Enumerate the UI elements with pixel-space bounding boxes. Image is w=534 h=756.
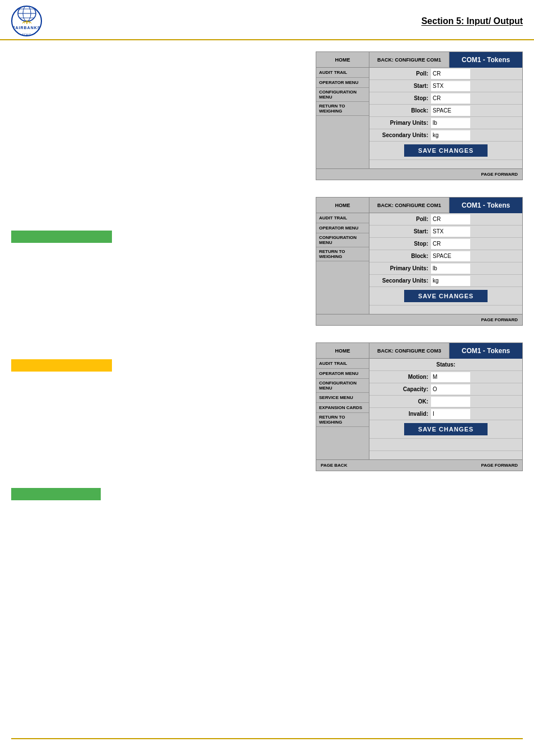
logo-text: FAIRBANKS bbox=[13, 26, 41, 30]
label-start-2: Start: bbox=[369, 228, 431, 234]
row-start-1: Start: bbox=[369, 80, 522, 92]
sidebar-2: AUDIT TRAIL OPERATOR MENU CONFIGURATION … bbox=[316, 213, 369, 314]
label-stop-1: Stop: bbox=[369, 95, 431, 101]
row-stop-2: Stop: bbox=[369, 238, 522, 250]
highlight-green-4 bbox=[11, 488, 101, 500]
back-cell-1[interactable]: BACK: CONFIGURE COM1 bbox=[369, 52, 449, 68]
panel-body-3: AUDIT TRAIL OPERATOR MENU CONFIGURATION … bbox=[316, 359, 522, 459]
sidebar-item-operator-1[interactable]: OPERATOR MENU bbox=[316, 78, 369, 88]
input-start-1[interactable] bbox=[431, 81, 470, 91]
row-block-2: Block: bbox=[369, 250, 522, 262]
empty-row-3 bbox=[369, 439, 522, 451]
home-cell-3[interactable]: HOME bbox=[316, 343, 369, 359]
row-block-1: Block: bbox=[369, 105, 522, 117]
row-invalid-3: Invalid: bbox=[369, 408, 522, 420]
input-motion-3[interactable] bbox=[431, 372, 470, 382]
main-content: HOME BACK: CONFIGURE COM1 COM1 - Tokens … bbox=[0, 40, 534, 548]
input-secondary-1[interactable] bbox=[431, 130, 470, 140]
panel-group-2: HOME BACK: CONFIGURE COM1 COM1 - Tokens … bbox=[11, 197, 523, 326]
label-poll-1: Poll: bbox=[369, 71, 431, 77]
label-motion-3: Motion: bbox=[369, 374, 431, 380]
page-back-btn-3[interactable]: PAGE BACK bbox=[316, 461, 352, 469]
row-poll-1: Poll: bbox=[369, 68, 522, 80]
input-invalid-3[interactable] bbox=[431, 409, 470, 419]
input-start-2[interactable] bbox=[431, 227, 470, 237]
row-secondary-1: Secondary Units: bbox=[369, 129, 522, 142]
panel-content-3: Status: Motion: Capacity: OK: bbox=[369, 359, 522, 459]
label-ok-3: OK: bbox=[369, 398, 431, 405]
panel-header-3: HOME BACK: CONFIGURE COM3 COM1 - Tokens bbox=[316, 343, 522, 359]
logo-circle: FAIRBANKS SCALE bbox=[11, 6, 42, 36]
input-stop-2[interactable] bbox=[431, 239, 470, 249]
row-start-2: Start: bbox=[369, 226, 522, 238]
save-button-3[interactable]: SAVE CHANGES bbox=[404, 423, 488, 435]
back-cell-3[interactable]: BACK: CONFIGURE COM3 bbox=[369, 343, 449, 359]
page-nav-2: PAGE FORWARD bbox=[316, 314, 522, 325]
panel-group-3: HOME BACK: CONFIGURE COM3 COM1 - Tokens … bbox=[11, 342, 523, 471]
sidebar-item-service-3[interactable]: SERVICE MENU bbox=[316, 393, 369, 403]
highlight-yellow-3 bbox=[11, 359, 112, 372]
input-block-1[interactable] bbox=[431, 106, 470, 116]
row-stop-1: Stop: bbox=[369, 92, 522, 105]
input-capacity-3[interactable] bbox=[431, 384, 470, 395]
page-forward-btn-2[interactable]: PAGE FORWARD bbox=[477, 316, 522, 324]
footer-line bbox=[11, 738, 523, 739]
page-header: FAIRBANKS SCALE Section 5: Input/ Output bbox=[0, 0, 534, 40]
row-primary-1: Primary Units: bbox=[369, 117, 522, 129]
input-poll-1[interactable] bbox=[431, 69, 470, 79]
row-primary-2: Primary Units: bbox=[369, 262, 522, 275]
sidebar-item-config-3[interactable]: CONFIGURATION MENU bbox=[316, 379, 369, 393]
input-stop-1[interactable] bbox=[431, 93, 470, 104]
label-secondary-2: Secondary Units: bbox=[369, 278, 431, 284]
sidebar-item-audit-3[interactable]: AUDIT TRAIL bbox=[316, 359, 369, 369]
panel-content-1: Poll: Start: Stop: Block: bbox=[369, 68, 522, 168]
label-poll-2: Poll: bbox=[369, 216, 431, 222]
input-secondary-2[interactable] bbox=[431, 276, 470, 286]
left-text-4 bbox=[11, 488, 523, 503]
label-secondary-1: Secondary Units: bbox=[369, 132, 431, 138]
svg-line-10 bbox=[30, 22, 31, 24]
page-forward-btn-3[interactable]: PAGE FORWARD bbox=[477, 461, 522, 469]
input-primary-2[interactable] bbox=[431, 264, 470, 274]
panel-body-2: AUDIT TRAIL OPERATOR MENU CONFIGURATION … bbox=[316, 213, 522, 314]
label-block-2: Block: bbox=[369, 253, 431, 259]
logo-area: FAIRBANKS SCALE bbox=[11, 6, 42, 36]
home-cell-1[interactable]: HOME bbox=[316, 52, 369, 68]
title-cell-1: COM1 - Tokens bbox=[449, 52, 522, 68]
config-panel-2: HOME BACK: CONFIGURE COM1 COM1 - Tokens … bbox=[316, 197, 523, 326]
sidebar-3: AUDIT TRAIL OPERATOR MENU CONFIGURATION … bbox=[316, 359, 369, 459]
status-header-row-3: Status: bbox=[369, 359, 522, 371]
back-cell-2[interactable]: BACK: CONFIGURE COM1 bbox=[369, 198, 449, 213]
input-poll-2[interactable] bbox=[431, 214, 470, 224]
label-start-1: Start: bbox=[369, 83, 431, 89]
save-button-1[interactable]: SAVE CHANGES bbox=[404, 144, 488, 157]
sidebar-item-audit-2[interactable]: AUDIT TRAIL bbox=[316, 213, 369, 223]
save-row-2: SAVE CHANGES bbox=[369, 287, 522, 306]
save-row-1: SAVE CHANGES bbox=[369, 142, 522, 160]
page-forward-btn-1[interactable]: PAGE FORWARD bbox=[477, 170, 522, 179]
sidebar-item-config-2[interactable]: CONFIGURATION MENU bbox=[316, 233, 369, 247]
globe-icon bbox=[16, 6, 38, 24]
sidebar-item-expansion-3[interactable]: EXPANSION CARDS bbox=[316, 403, 369, 413]
sidebar-1: AUDIT TRAIL OPERATOR MENU CONFIGURATION … bbox=[316, 68, 369, 168]
sidebar-item-operator-3[interactable]: OPERATOR MENU bbox=[316, 369, 369, 379]
title-cell-2: COM1 - Tokens bbox=[449, 198, 522, 213]
highlight-green-2 bbox=[11, 231, 112, 243]
home-cell-2[interactable]: HOME bbox=[316, 198, 369, 213]
save-button-2[interactable]: SAVE CHANGES bbox=[404, 290, 488, 302]
sidebar-item-audit-1[interactable]: AUDIT TRAIL bbox=[316, 68, 369, 78]
sidebar-item-return-3[interactable]: RETURN TO WEIGHING bbox=[316, 413, 369, 427]
input-ok-3[interactable] bbox=[431, 397, 470, 407]
input-block-2[interactable] bbox=[431, 251, 470, 261]
sidebar-item-operator-2[interactable]: OPERATOR MENU bbox=[316, 223, 369, 233]
row-ok-3: OK: bbox=[369, 396, 522, 408]
page-nav-1: PAGE FORWARD bbox=[316, 168, 522, 180]
sidebar-item-config-1[interactable]: CONFIGURATION MENU bbox=[316, 88, 369, 102]
sidebar-item-return-2[interactable]: RETURN TO WEIGHING bbox=[316, 247, 369, 261]
input-primary-1[interactable] bbox=[431, 118, 470, 128]
logo-inner: FAIRBANKS SCALE bbox=[13, 6, 41, 36]
panel-group-1: HOME BACK: CONFIGURE COM1 COM1 - Tokens … bbox=[11, 51, 523, 180]
sidebar-item-return-1[interactable]: RETURN TO WEIGHING bbox=[316, 102, 369, 116]
logo-sub: SCALE bbox=[22, 33, 31, 36]
label-primary-1: Primary Units: bbox=[369, 120, 431, 126]
